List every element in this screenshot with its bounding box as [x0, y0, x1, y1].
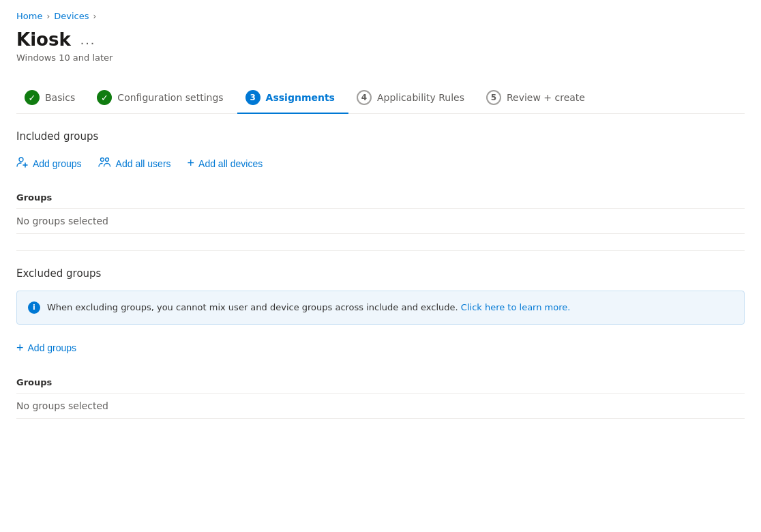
excluded-add-groups-icon: + — [16, 341, 24, 355]
breadcrumb-devices[interactable]: Devices — [54, 11, 89, 21]
included-groups-col-header: Groups — [16, 187, 745, 209]
excluded-groups-table: Groups No groups selected — [16, 372, 745, 419]
step-review-circle: 5 — [486, 90, 501, 105]
step-assignments-number: 3 — [250, 93, 255, 102]
included-add-all-devices-button[interactable]: + Add all devices — [188, 153, 263, 173]
excluded-add-groups-label: Add groups — [28, 342, 77, 353]
included-groups-empty: No groups selected — [16, 209, 745, 234]
included-add-all-users-label: Add all users — [116, 158, 171, 169]
ellipsis-button[interactable]: ... — [78, 32, 99, 48]
excluded-groups-actions: + Add groups — [16, 338, 745, 358]
included-groups-actions: Add groups Add all users + Add all devic… — [16, 153, 745, 173]
step-config-check: ✓ — [101, 93, 108, 103]
step-applicability-circle: 4 — [357, 90, 372, 105]
breadcrumb-home[interactable]: Home — [16, 11, 42, 21]
step-basics-label: Basics — [45, 92, 75, 103]
add-all-users-icon — [98, 156, 112, 171]
step-assignments[interactable]: 3 Assignments — [237, 82, 348, 113]
included-add-all-users-button[interactable]: Add all users — [98, 153, 171, 173]
info-message: When excluding groups, you cannot mix us… — [47, 302, 458, 312]
wizard-steps: ✓ Basics ✓ Configuration settings 3 Assi… — [16, 82, 745, 114]
excluded-groups-col-header: Groups — [16, 372, 745, 394]
breadcrumb-sep-2: › — [93, 12, 96, 21]
page-subtitle: Windows 10 and later — [16, 53, 745, 63]
included-groups-title: Included groups — [16, 130, 745, 143]
breadcrumb: Home › Devices › — [16, 11, 745, 21]
page-title-row: Kiosk ... — [16, 29, 745, 50]
breadcrumb-sep-1: › — [46, 12, 50, 21]
included-add-groups-button[interactable]: Add groups — [16, 153, 82, 173]
add-groups-icon — [16, 156, 29, 171]
excluded-add-groups-button[interactable]: + Add groups — [16, 338, 76, 358]
info-learn-more-link[interactable]: Click here to learn more. — [461, 302, 571, 312]
step-review-number: 5 — [491, 93, 496, 102]
step-applicability-label: Applicability Rules — [377, 92, 464, 103]
step-assignments-circle: 3 — [245, 90, 260, 105]
step-config-circle: ✓ — [97, 90, 112, 105]
step-basics-check: ✓ — [29, 93, 36, 103]
table-row: No groups selected — [16, 209, 745, 234]
step-basics-circle: ✓ — [25, 90, 40, 105]
svg-point-3 — [100, 158, 104, 162]
included-groups-table: Groups No groups selected — [16, 187, 745, 234]
step-config-label: Configuration settings — [117, 92, 223, 103]
step-review[interactable]: 5 Review + create — [478, 82, 599, 113]
included-groups-section: Included groups Add groups — [16, 130, 745, 234]
excluded-groups-title: Excluded groups — [16, 267, 745, 280]
included-add-groups-label: Add groups — [33, 158, 82, 169]
step-assignments-label: Assignments — [266, 92, 335, 103]
info-box-text: When excluding groups, you cannot mix us… — [47, 301, 570, 314]
step-applicability-number: 4 — [361, 93, 367, 102]
step-config[interactable]: ✓ Configuration settings — [89, 82, 237, 113]
svg-point-0 — [19, 158, 23, 162]
step-basics[interactable]: ✓ Basics — [16, 82, 89, 113]
step-applicability[interactable]: 4 Applicability Rules — [348, 82, 478, 113]
excluded-groups-info-box: i When excluding groups, you cannot mix … — [16, 291, 745, 325]
excluded-groups-section: Excluded groups i When excluding groups,… — [16, 267, 745, 419]
excluded-groups-empty: No groups selected — [16, 393, 745, 418]
info-icon: i — [28, 301, 40, 314]
section-divider — [16, 250, 745, 251]
svg-point-4 — [105, 158, 108, 162]
step-review-label: Review + create — [507, 92, 585, 103]
page-title: Kiosk — [16, 29, 71, 50]
included-add-all-devices-label: Add all devices — [198, 158, 263, 169]
add-all-devices-icon: + — [188, 156, 195, 171]
table-row: No groups selected — [16, 393, 745, 418]
